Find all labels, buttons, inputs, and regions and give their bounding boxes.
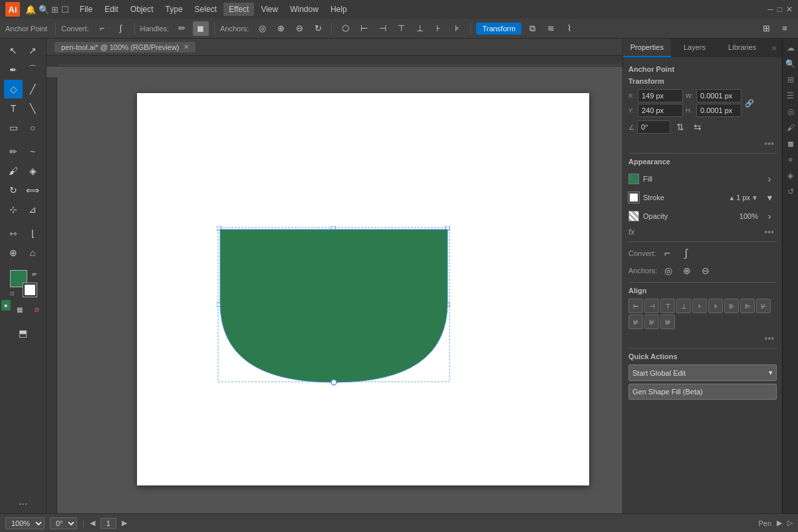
stroke-options-btn[interactable]: ▾ — [762, 190, 777, 205]
free-transform-tool[interactable]: ⊕ — [4, 243, 23, 262]
ellipse-tool[interactable]: ○ — [23, 118, 42, 137]
align-left-btn[interactable]: ⊢ — [356, 21, 372, 36]
transform-btn[interactable]: Transform — [476, 23, 521, 35]
gradient-mode-btn[interactable]: ▦ — [11, 300, 28, 319]
stroke-swatch[interactable] — [23, 283, 37, 297]
align-top-edge-btn[interactable]: ⊥ — [676, 299, 691, 313]
tab-close-btn[interactable]: ✕ — [184, 43, 189, 51]
prev-page-btn[interactable]: ◀ — [90, 519, 95, 527]
anchors-btn-3[interactable]: ⊖ — [698, 263, 713, 278]
opacity-options-btn[interactable]: › — [762, 209, 777, 223]
align-center-h-panel-btn[interactable]: ⊣ — [644, 299, 659, 313]
stroke-color-swatch[interactable] — [628, 192, 639, 203]
anchors-add-btn[interactable]: ⊕ — [273, 21, 289, 36]
page-input[interactable] — [100, 518, 116, 529]
tab-libraries[interactable]: Libraries — [718, 39, 766, 57]
scale-tool[interactable]: ⊹ — [4, 200, 23, 219]
menu-type[interactable]: Type — [160, 3, 188, 16]
puppet-warp-tool[interactable]: ⌂ — [23, 243, 42, 262]
next-page-btn[interactable]: ▶ — [122, 519, 127, 527]
panel-expand-btn[interactable]: » — [766, 39, 782, 57]
path-eraser-tool[interactable]: ╱ — [23, 80, 42, 98]
angle-select[interactable]: 0° — [50, 517, 77, 529]
convert-smooth-btn[interactable]: ∫ — [113, 21, 129, 36]
type-tool[interactable]: T — [4, 99, 23, 118]
distribute-bottom-btn[interactable]: ⊯ — [660, 315, 675, 329]
h-input[interactable] — [696, 104, 741, 117]
align-center-v-panel-btn[interactable]: ⊦ — [692, 299, 707, 313]
anchors-convert-btn[interactable]: ↻ — [310, 21, 326, 36]
type-path-tool[interactable]: ╲ — [23, 99, 42, 118]
flip-h-btn[interactable]: ⇅ — [673, 120, 688, 134]
layers-far-icon[interactable]: ⊞ — [784, 73, 797, 86]
canvas-tab-item[interactable]: pen-tool.ai* @ 100% (RGB/Preview) ✕ — [55, 42, 196, 53]
angle-input[interactable] — [637, 120, 670, 134]
distribute-center-h-btn[interactable]: ⊫ — [740, 299, 755, 313]
status-play-btn[interactable]: ▶ — [777, 519, 782, 527]
graphic-styles-icon[interactable]: ◈ — [784, 169, 797, 182]
none-mode-btn[interactable]: ⊘ — [29, 300, 45, 319]
handles-square-btn[interactable]: ◼ — [193, 21, 209, 36]
shear-tool[interactable]: ⊿ — [23, 200, 42, 219]
transform-extra-btn[interactable]: ⧉ — [524, 21, 540, 36]
default-colors-icon[interactable]: ⊡ — [10, 291, 15, 297]
stroke-increase-btn[interactable]: ▼ — [751, 194, 758, 201]
appearance-far-icon[interactable]: ◎ — [784, 105, 797, 118]
handles-pencil-btn[interactable]: ✏ — [174, 21, 190, 36]
panel-toggle-btn[interactable]: ⊞ — [758, 21, 774, 36]
align-center-v-btn[interactable]: ⊦ — [430, 21, 446, 36]
anchor-point-tool[interactable]: ◇ — [4, 80, 23, 98]
global-edit-btn[interactable]: Start Global Edit ▾ — [628, 364, 777, 381]
distribute-center-v-btn[interactable]: ⊮ — [644, 315, 659, 329]
menu-help[interactable]: Help — [325, 3, 352, 16]
blob-brush-tool[interactable]: ◈ — [23, 162, 42, 180]
warp-tool[interactable]: ⌊ — [23, 224, 42, 243]
warp-btn[interactable]: ≋ — [543, 21, 559, 36]
status-next-btn[interactable]: ▷ — [787, 519, 793, 527]
window-close[interactable]: ✕ — [786, 5, 793, 14]
anchors-remove-btn[interactable]: ⊖ — [291, 21, 307, 36]
window-maximize[interactable]: □ — [777, 5, 782, 14]
selection-tool[interactable]: ↖ — [4, 41, 23, 60]
menu-object[interactable]: Object — [125, 3, 159, 16]
anchors-btn-1[interactable]: ◎ — [661, 263, 676, 278]
w-input[interactable] — [696, 89, 741, 102]
appearance-more-btn[interactable]: ••• — [764, 227, 777, 237]
swap-colors-icon[interactable]: ⇄ — [32, 271, 37, 277]
align-center-h-btn[interactable]: ⊣ — [374, 21, 390, 36]
distribute-right-btn[interactable]: ⊬ — [756, 299, 771, 313]
menu-select[interactable]: Select — [190, 3, 222, 16]
tab-properties[interactable]: Properties — [623, 39, 671, 57]
search-far-icon[interactable]: 🔍 — [784, 57, 797, 70]
direct-selection-tool[interactable]: ↗ — [23, 41, 42, 60]
shape-svg[interactable] — [217, 226, 469, 386]
transform-options-btn[interactable]: ••• — [764, 138, 777, 149]
window-minimize[interactable]: ─ — [767, 5, 773, 14]
brushes-icon[interactable]: 🖌 — [784, 121, 797, 134]
menu-edit[interactable]: Edit — [99, 3, 124, 16]
shape-mode-btn[interactable]: ⬡ — [337, 21, 353, 36]
rotate-tool[interactable]: ↻ — [4, 181, 23, 200]
align-right-edge-btn[interactable]: ⊤ — [660, 299, 675, 313]
y-input[interactable] — [638, 104, 683, 117]
artboard[interactable] — [137, 93, 589, 485]
distribute-top-btn[interactable]: ⊭ — [628, 315, 643, 329]
zoom-select[interactable]: 100% 50% 200% — [5, 517, 45, 529]
artboard-tool[interactable]: ⬒ — [14, 324, 33, 342]
tab-layers[interactable]: Layers — [671, 39, 719, 57]
distribute-left-btn[interactable]: ⊪ — [724, 299, 739, 313]
symbols-icon[interactable]: ⋄ — [784, 153, 797, 166]
flip-v-btn[interactable]: ⇆ — [690, 120, 705, 134]
stroke-decrease-btn[interactable]: ▲ — [728, 194, 735, 201]
align-top-btn[interactable]: ⊥ — [412, 21, 428, 36]
menu-file[interactable]: File — [74, 3, 98, 16]
width-tool[interactable]: ⇿ — [4, 224, 23, 243]
warp2-btn[interactable]: ⌇ — [561, 21, 577, 36]
canvas-viewport[interactable] — [57, 66, 622, 513]
cloud-sync-icon[interactable]: ☁ — [784, 41, 797, 55]
menu-view[interactable]: View — [255, 3, 283, 16]
anchors-select-btn[interactable]: ◎ — [254, 21, 270, 36]
more-btn[interactable]: ≡ — [777, 21, 793, 36]
convert-corner-btn[interactable]: ⌐ — [94, 21, 110, 36]
anchors-btn-2[interactable]: ⊕ — [680, 263, 694, 278]
